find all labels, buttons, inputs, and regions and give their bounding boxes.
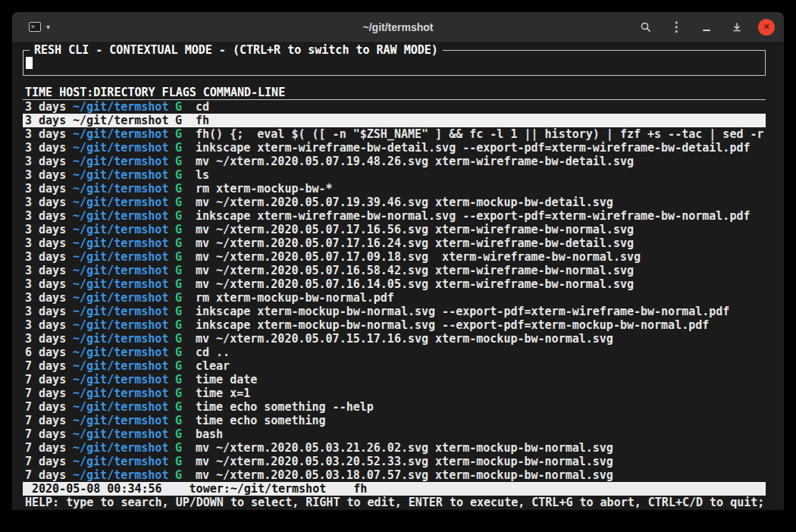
row-time: 3 days — [25, 141, 73, 155]
row-command: inkscape xterm-wireframe-bw-detail.svg -… — [196, 141, 766, 155]
row-command: time x=1 — [196, 386, 766, 400]
row-time: 3 days — [25, 264, 73, 277]
row-command: time date — [196, 373, 766, 386]
row-time: 7 days — [25, 386, 73, 400]
row-time: 3 days — [25, 168, 73, 182]
history-row[interactable]: 3 days ~/git/termshot G fh — [23, 114, 766, 127]
close-button[interactable]: ✕ — [758, 19, 775, 36]
history-row[interactable]: 3 days ~/git/termshot G cd — [23, 100, 766, 114]
history-row[interactable]: 7 days ~/git/termshot G clear — [23, 359, 766, 373]
row-time: 3 days — [25, 114, 73, 127]
row-flags: G — [175, 400, 196, 414]
row-flags: G — [175, 141, 196, 155]
row-command: mv ~/xterm.2020.05.07.16.58.42.svg xterm… — [196, 264, 766, 277]
titlebar[interactable]: ▾ ~/git/termshot ⋮ — [12, 12, 784, 42]
row-directory: ~/git/termshot — [73, 346, 175, 359]
row-time: 3 days — [25, 155, 73, 168]
row-directory: ~/git/termshot — [73, 141, 175, 155]
row-directory: ~/git/termshot — [73, 359, 175, 373]
row-time: 7 days — [25, 427, 73, 441]
row-time: 3 days — [25, 209, 73, 223]
row-flags: G — [175, 455, 196, 468]
history-row[interactable]: 3 days ~/git/termshot G mv ~/xterm.2020.… — [23, 250, 766, 264]
titlebar-left: ▾ — [12, 19, 56, 35]
row-directory: ~/git/termshot — [73, 250, 175, 264]
history-row[interactable]: 3 days ~/git/termshot G mv ~/xterm.2020.… — [23, 155, 766, 168]
row-time: 7 days — [25, 468, 73, 482]
row-flags: G — [175, 427, 196, 441]
row-command: mv ~/xterm.2020.05.07.19.48.26.svg xterm… — [196, 155, 766, 168]
row-command: bash — [196, 427, 766, 441]
row-directory: ~/git/termshot — [73, 168, 175, 182]
row-command: rm xterm-mockup-bw-normal.pdf — [196, 291, 766, 305]
history-row[interactable]: 3 days ~/git/termshot G inkscape xterm-m… — [23, 318, 766, 332]
history-row[interactable]: 3 days ~/git/termshot G mv ~/xterm.2020.… — [23, 264, 766, 277]
history-row[interactable]: 3 days ~/git/termshot G ls — [23, 168, 766, 182]
row-flags: G — [175, 305, 196, 318]
history-row[interactable]: 3 days ~/git/termshot G inkscape xterm-w… — [23, 141, 766, 155]
history-row[interactable]: 3 days ~/git/termshot G rm xterm-mockup-… — [23, 291, 766, 305]
row-command: inkscape xterm-wireframe-bw-normal.svg -… — [196, 209, 766, 223]
row-flags: G — [175, 386, 196, 400]
row-directory: ~/git/termshot — [73, 468, 175, 482]
history-row[interactable]: 6 days ~/git/termshot G cd .. — [23, 346, 766, 359]
row-command: mv ~/xterm.2020.05.07.17.16.24.svg xterm… — [196, 236, 766, 250]
search-button[interactable] — [637, 18, 655, 36]
row-flags: G — [175, 332, 196, 346]
row-directory: ~/git/termshot — [73, 236, 175, 250]
row-command: mv ~/xterm.2020.05.07.17.16.56.svg xterm… — [196, 223, 766, 236]
row-directory: ~/git/termshot — [73, 427, 175, 441]
history-row[interactable]: 3 days ~/git/termshot G fh() {; eval $( … — [23, 127, 766, 141]
restore-icon — [732, 22, 742, 33]
row-time: 7 days — [25, 359, 73, 373]
row-flags: G — [175, 209, 196, 223]
row-flags: G — [175, 414, 196, 427]
row-directory: ~/git/termshot — [73, 127, 175, 141]
close-icon: ✕ — [763, 22, 769, 32]
row-flags: G — [175, 373, 196, 386]
row-command: fh() {; eval $( ([ -n "$ZSH_NAME" ] && f… — [196, 127, 766, 141]
row-time: 7 days — [25, 455, 73, 468]
history-row[interactable]: 3 days ~/git/termshot G mv ~/xterm.2020.… — [23, 196, 766, 209]
row-time: 3 days — [25, 100, 73, 114]
minimize-button[interactable] — [697, 18, 716, 36]
terminal-screen[interactable]: RESH CLI - CONTEXTUAL MODE - (CTRL+R to … — [12, 42, 784, 510]
history-row[interactable]: 3 days ~/git/termshot G inkscape xterm-m… — [23, 305, 766, 318]
history-row[interactable]: 7 days ~/git/termshot G mv ~/xterm.2020.… — [23, 441, 766, 455]
history-row[interactable]: 3 days ~/git/termshot G mv ~/xterm.2020.… — [23, 277, 766, 291]
history-row[interactable]: 3 days ~/git/termshot G mv ~/xterm.2020.… — [23, 223, 766, 236]
resh-cli: RESH CLI - CONTEXTUAL MODE - (CTRL+R to … — [23, 50, 766, 509]
history-row[interactable]: 7 days ~/git/termshot G time date — [23, 373, 766, 386]
row-directory: ~/git/termshot — [73, 182, 175, 196]
row-directory: ~/git/termshot — [73, 318, 175, 332]
row-flags: G — [175, 223, 196, 236]
history-row[interactable]: 3 days ~/git/termshot G rm xterm-mockup-… — [23, 182, 766, 196]
row-flags: G — [175, 468, 196, 482]
row-time: 3 days — [25, 305, 73, 318]
restore-button[interactable] — [728, 18, 746, 36]
history-row[interactable]: 7 days ~/git/termshot G mv ~/xterm.2020.… — [23, 455, 766, 468]
row-command: time echo something — [196, 414, 766, 427]
row-command: fh — [196, 114, 766, 127]
row-command: time echo something --help — [196, 400, 766, 414]
row-flags: G — [175, 277, 196, 291]
menu-button[interactable]: ⋮ — [667, 18, 685, 36]
row-time: 3 days — [25, 250, 73, 264]
new-terminal-button[interactable]: ▾ — [23, 19, 56, 35]
row-flags: G — [175, 236, 196, 250]
history-row[interactable]: 3 days ~/git/termshot G mv ~/xterm.2020.… — [23, 236, 766, 250]
history-row[interactable]: 7 days ~/git/termshot G time echo someth… — [23, 400, 766, 414]
resh-search-box[interactable]: RESH CLI - CONTEXTUAL MODE - (CTRL+R to … — [23, 50, 766, 76]
row-time: 3 days — [25, 332, 73, 346]
row-command: inkscape xterm-mockup-bw-normal.svg --ex… — [196, 305, 766, 318]
history-row[interactable]: 7 days ~/git/termshot G time x=1 — [23, 386, 766, 400]
status-command: fh — [353, 482, 367, 496]
history-row[interactable]: 7 days ~/git/termshot G time echo someth… — [23, 414, 766, 427]
history-rows: 3 days ~/git/termshot G cd 3 days ~/git/… — [23, 100, 766, 482]
history-row[interactable]: 7 days ~/git/termshot G bash — [23, 427, 766, 441]
resh-mode-title: RESH CLI - CONTEXTUAL MODE - (CTRL+R to … — [30, 44, 443, 56]
history-row[interactable]: 3 days ~/git/termshot G inkscape xterm-w… — [23, 209, 766, 223]
row-directory: ~/git/termshot — [73, 386, 175, 400]
history-row[interactable]: 3 days ~/git/termshot G mv ~/xterm.2020.… — [23, 332, 766, 346]
history-row[interactable]: 7 days ~/git/termshot G mv ~/xterm.2020.… — [23, 468, 766, 482]
